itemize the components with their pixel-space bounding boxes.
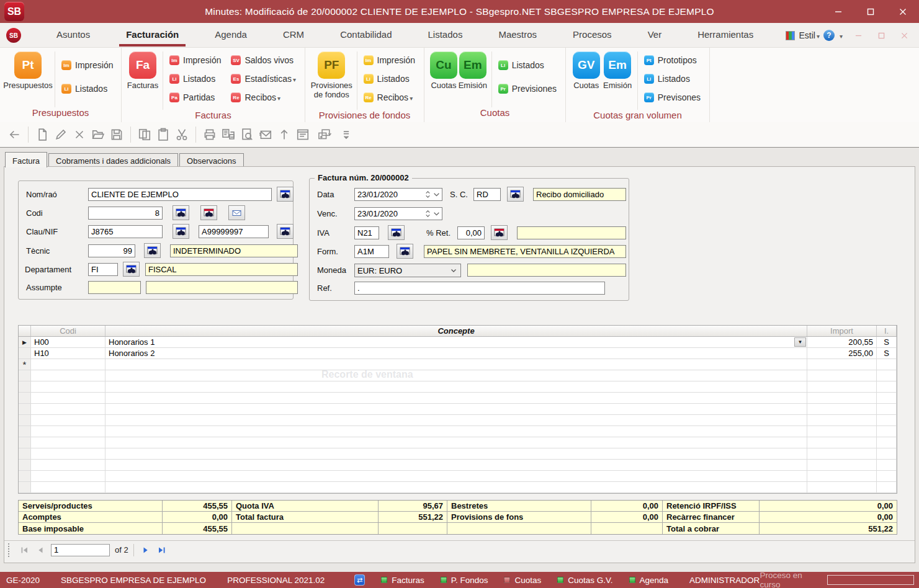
provisiones-impresion-button[interactable]: Im Impresión: [364, 54, 415, 66]
next-record-button[interactable]: [138, 543, 154, 557]
last-record-button[interactable]: [154, 543, 170, 557]
print-batch-button[interactable]: [219, 125, 238, 144]
previous-record-button[interactable]: [32, 543, 48, 557]
menu-procesos[interactable]: Procesos: [555, 23, 630, 48]
codi-mail-button[interactable]: [228, 205, 245, 220]
grid-new-row[interactable]: *: [19, 359, 897, 370]
facturas-listados-button[interactable]: Li Listados: [169, 73, 221, 85]
spinner-icon[interactable]: [424, 190, 431, 199]
grid-empty-row[interactable]: [19, 393, 897, 404]
form-lookup-button[interactable]: [397, 244, 413, 259]
grid-empty-row[interactable]: [19, 471, 897, 482]
concepte-dropdown-button[interactable]: ▼: [794, 337, 806, 347]
cuotas-gv-button[interactable]: GV Cuotas: [571, 51, 601, 110]
copy-button[interactable]: [135, 125, 154, 144]
cascade-windows-dropdown[interactable]: [312, 125, 337, 144]
nif-lookup-button[interactable]: [277, 224, 294, 239]
minimize-icon-secondary[interactable]: [855, 32, 862, 39]
gv-listados-button[interactable]: Li Listados: [644, 73, 701, 85]
export-button[interactable]: [275, 125, 294, 144]
send-mail-button[interactable]: [256, 125, 275, 144]
app-menu-badge[interactable]: SB: [6, 28, 21, 43]
close-button[interactable]: [887, 0, 919, 23]
ref-input[interactable]: .: [354, 282, 605, 295]
restore-icon-secondary[interactable]: [878, 32, 885, 39]
nom-input[interactable]: CLIENTE DE EJEMPLO: [88, 188, 272, 201]
print-preview-button[interactable]: [238, 125, 256, 144]
cut-button[interactable]: [173, 125, 191, 144]
grid-empty-row[interactable]: [19, 482, 897, 493]
ret-input[interactable]: 0,00: [457, 226, 485, 239]
facturas-button[interactable]: Fa Facturas: [127, 51, 159, 110]
col-header-concepte[interactable]: Concepte: [105, 326, 807, 336]
cuotas-button[interactable]: Cu Cuotas: [429, 51, 458, 107]
chevron-down-icon[interactable]: [433, 212, 440, 216]
menu-ver[interactable]: Ver: [630, 23, 680, 48]
tab-factura[interactable]: Factura: [5, 152, 47, 167]
col-header-codi[interactable]: Codi: [31, 326, 105, 336]
print-button[interactable]: [200, 125, 219, 144]
departament-input[interactable]: FI: [88, 263, 118, 276]
menu-asuntos[interactable]: Asuntos: [38, 23, 108, 48]
presupuestos-impresion-button[interactable]: Im Impresión: [61, 59, 113, 71]
clau-input[interactable]: J8765: [88, 225, 163, 238]
grid-empty-row[interactable]: [19, 460, 897, 471]
drag-grip[interactable]: [8, 543, 11, 557]
tecnic-input[interactable]: 99: [88, 244, 135, 257]
sc-input[interactable]: RD: [473, 188, 501, 201]
clau-lookup-button[interactable]: [173, 224, 189, 239]
maximize-button[interactable]: [854, 0, 887, 23]
cuotas-listados-button[interactable]: Li Listados: [498, 59, 557, 71]
save-button[interactable]: [107, 125, 126, 144]
gv-prototipos-button[interactable]: Pt Prototipos: [644, 54, 701, 66]
toolbar-overflow-button[interactable]: [337, 125, 356, 144]
spinner-icon[interactable]: [424, 209, 431, 218]
codi-lookup-button[interactable]: [173, 205, 189, 220]
remote-support-icon[interactable]: ⇄: [354, 574, 365, 586]
ret-lookup-button[interactable]: [491, 225, 508, 240]
tecnic-lookup-button[interactable]: [144, 243, 161, 258]
col-header-import[interactable]: Import: [807, 326, 877, 336]
chevron-down-icon[interactable]: [433, 192, 440, 197]
help-icon[interactable]: ?: [823, 30, 835, 41]
facturas-saldos-vivos-button[interactable]: SV Saldos vivos: [231, 54, 296, 66]
minimize-button[interactable]: [822, 0, 854, 23]
gv-previsones-button[interactable]: Pr Previsones: [644, 91, 701, 104]
back-button[interactable]: [5, 125, 24, 144]
cuotas-gv-emision-button[interactable]: Em Emisión: [601, 51, 633, 110]
col-header-i[interactable]: I.: [877, 326, 897, 336]
data-datepicker[interactable]: 23/01/2020: [354, 188, 442, 201]
paste-button[interactable]: [154, 125, 173, 144]
facturas-impresion-button[interactable]: Im Impresión: [169, 54, 221, 66]
codi-lookup-alt-button[interactable]: [200, 205, 217, 220]
close-icon-secondary[interactable]: [901, 32, 908, 39]
indicator-agenda[interactable]: Agenda: [629, 576, 669, 585]
iva-input[interactable]: N21: [354, 226, 379, 239]
grid-empty-row[interactable]: [19, 381, 897, 393]
menu-maestros[interactable]: Maestros: [480, 23, 555, 48]
nom-lookup-button[interactable]: [277, 187, 294, 202]
edit-record-button[interactable]: [52, 125, 70, 144]
record-number-input[interactable]: 1: [51, 544, 110, 556]
menu-herramientas[interactable]: Herramientas: [679, 23, 771, 48]
menu-contabilidad[interactable]: Contabilidad: [322, 23, 410, 48]
menu-listados[interactable]: Listados: [410, 23, 481, 48]
grid-empty-row[interactable]: [19, 448, 897, 460]
cuotas-emision-button[interactable]: Em Emisión: [458, 51, 488, 107]
facturas-recibos-dropdown[interactable]: Re Recibos: [231, 91, 296, 104]
grid-empty-row[interactable]: [19, 415, 897, 426]
delete-record-button[interactable]: [70, 125, 89, 144]
form-input[interactable]: A1M: [354, 245, 389, 258]
moneda-select[interactable]: EUR: EURO: [354, 264, 461, 277]
presupuestos-listados-button[interactable]: Li Listados: [61, 82, 113, 95]
help-dropdown-caret[interactable]: [838, 30, 843, 41]
grid-row-1[interactable]: ▶ H00 Honorarios 1 ▼ 200,55 S: [19, 337, 897, 348]
departament-lookup-button[interactable]: [123, 262, 140, 277]
sc-lookup-button[interactable]: [507, 187, 524, 202]
codi-input[interactable]: 8: [88, 207, 163, 220]
iva-lookup-button[interactable]: [388, 225, 405, 240]
cuotas-previsiones-button[interactable]: Pr Previsiones: [498, 82, 557, 95]
grid-empty-row[interactable]: [19, 404, 897, 415]
grid-empty-row[interactable]: [19, 370, 897, 381]
grid-empty-row[interactable]: [19, 437, 897, 448]
